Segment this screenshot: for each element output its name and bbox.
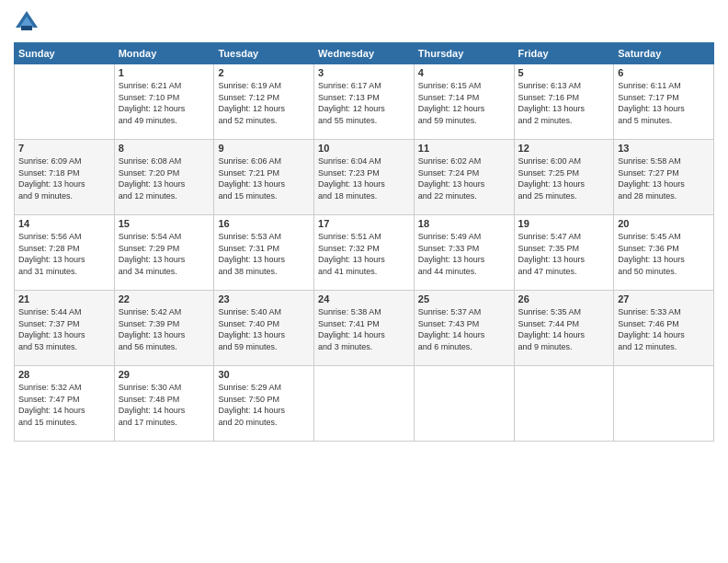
calendar-cell: 12Sunrise: 6:00 AM Sunset: 7:25 PM Dayli… bbox=[514, 140, 614, 215]
day-number: 18 bbox=[418, 218, 510, 229]
calendar-cell: 20Sunrise: 5:45 AM Sunset: 7:36 PM Dayli… bbox=[614, 215, 714, 291]
day-number: 12 bbox=[518, 143, 610, 154]
day-number: 17 bbox=[318, 218, 410, 229]
page: SundayMondayTuesdayWednesdayThursdayFrid… bbox=[0, 0, 728, 563]
day-number: 13 bbox=[618, 143, 710, 154]
day-info: Sunrise: 5:53 AM Sunset: 7:31 PM Dayligh… bbox=[218, 231, 310, 277]
day-number: 9 bbox=[218, 143, 310, 154]
day-number: 4 bbox=[418, 67, 510, 78]
header-cell-sunday: Sunday bbox=[15, 43, 115, 64]
calendar-cell: 10Sunrise: 6:04 AM Sunset: 7:23 PM Dayli… bbox=[314, 140, 415, 215]
day-number: 6 bbox=[618, 67, 710, 78]
day-info: Sunrise: 5:45 AM Sunset: 7:36 PM Dayligh… bbox=[618, 231, 710, 277]
day-info: Sunrise: 5:44 AM Sunset: 7:37 PM Dayligh… bbox=[18, 306, 110, 352]
day-number: 30 bbox=[218, 369, 310, 380]
calendar-cell: 9Sunrise: 6:06 AM Sunset: 7:21 PM Daylig… bbox=[214, 140, 314, 215]
day-number: 10 bbox=[318, 143, 410, 154]
day-number: 7 bbox=[18, 143, 110, 154]
day-info: Sunrise: 5:54 AM Sunset: 7:29 PM Dayligh… bbox=[119, 231, 210, 277]
day-info: Sunrise: 5:51 AM Sunset: 7:32 PM Dayligh… bbox=[318, 231, 410, 277]
calendar-cell: 19Sunrise: 5:47 AM Sunset: 7:35 PM Dayli… bbox=[514, 215, 614, 291]
day-info: Sunrise: 5:32 AM Sunset: 7:47 PM Dayligh… bbox=[18, 382, 110, 428]
day-info: Sunrise: 6:11 AM Sunset: 7:17 PM Dayligh… bbox=[618, 80, 710, 126]
calendar-cell: 16Sunrise: 5:53 AM Sunset: 7:31 PM Dayli… bbox=[214, 215, 314, 291]
day-number: 14 bbox=[18, 218, 110, 229]
calendar-header: SundayMondayTuesdayWednesdayThursdayFrid… bbox=[15, 43, 714, 64]
day-number: 24 bbox=[318, 293, 410, 304]
day-info: Sunrise: 6:19 AM Sunset: 7:12 PM Dayligh… bbox=[218, 80, 310, 126]
day-number: 21 bbox=[18, 293, 110, 304]
day-number: 15 bbox=[119, 218, 210, 229]
day-info: Sunrise: 5:30 AM Sunset: 7:48 PM Dayligh… bbox=[119, 382, 210, 428]
header-cell-saturday: Saturday bbox=[614, 43, 714, 64]
calendar-cell: 5Sunrise: 6:13 AM Sunset: 7:16 PM Daylig… bbox=[514, 64, 614, 140]
day-number: 2 bbox=[218, 67, 310, 78]
day-number: 11 bbox=[418, 143, 510, 154]
day-number: 16 bbox=[218, 218, 310, 229]
header-cell-thursday: Thursday bbox=[414, 43, 514, 64]
calendar-cell: 26Sunrise: 5:35 AM Sunset: 7:44 PM Dayli… bbox=[514, 291, 614, 366]
calendar-week-1: 1Sunrise: 6:21 AM Sunset: 7:10 PM Daylig… bbox=[15, 64, 714, 140]
header bbox=[14, 9, 714, 35]
day-number: 19 bbox=[518, 218, 610, 229]
calendar-week-5: 28Sunrise: 5:32 AM Sunset: 7:47 PM Dayli… bbox=[15, 366, 714, 442]
calendar-cell: 18Sunrise: 5:49 AM Sunset: 7:33 PM Dayli… bbox=[414, 215, 514, 291]
day-number: 25 bbox=[418, 293, 510, 304]
day-info: Sunrise: 5:35 AM Sunset: 7:44 PM Dayligh… bbox=[518, 306, 610, 352]
calendar-cell: 7Sunrise: 6:09 AM Sunset: 7:18 PM Daylig… bbox=[15, 140, 115, 215]
day-info: Sunrise: 5:40 AM Sunset: 7:40 PM Dayligh… bbox=[218, 306, 310, 352]
calendar-cell: 23Sunrise: 5:40 AM Sunset: 7:40 PM Dayli… bbox=[214, 291, 314, 366]
header-cell-tuesday: Tuesday bbox=[214, 43, 314, 64]
day-info: Sunrise: 6:02 AM Sunset: 7:24 PM Dayligh… bbox=[418, 155, 510, 201]
day-number: 1 bbox=[119, 67, 210, 78]
header-cell-wednesday: Wednesday bbox=[314, 43, 415, 64]
day-info: Sunrise: 5:38 AM Sunset: 7:41 PM Dayligh… bbox=[318, 306, 410, 352]
day-info: Sunrise: 5:42 AM Sunset: 7:39 PM Dayligh… bbox=[119, 306, 210, 352]
calendar-cell: 29Sunrise: 5:30 AM Sunset: 7:48 PM Dayli… bbox=[114, 366, 214, 442]
calendar-cell: 3Sunrise: 6:17 AM Sunset: 7:13 PM Daylig… bbox=[314, 64, 415, 140]
calendar-cell bbox=[514, 366, 614, 442]
day-number: 22 bbox=[119, 293, 210, 304]
day-info: Sunrise: 5:33 AM Sunset: 7:46 PM Dayligh… bbox=[618, 306, 710, 352]
calendar-cell: 13Sunrise: 5:58 AM Sunset: 7:27 PM Dayli… bbox=[614, 140, 714, 215]
day-number: 8 bbox=[119, 143, 210, 154]
calendar-body: 1Sunrise: 6:21 AM Sunset: 7:10 PM Daylig… bbox=[15, 64, 714, 442]
day-number: 27 bbox=[618, 293, 710, 304]
calendar-cell: 6Sunrise: 6:11 AM Sunset: 7:17 PM Daylig… bbox=[614, 64, 714, 140]
day-info: Sunrise: 6:21 AM Sunset: 7:10 PM Dayligh… bbox=[119, 80, 210, 126]
day-number: 20 bbox=[618, 218, 710, 229]
day-info: Sunrise: 6:06 AM Sunset: 7:21 PM Dayligh… bbox=[218, 155, 310, 201]
day-number: 5 bbox=[518, 67, 610, 78]
calendar-cell: 1Sunrise: 6:21 AM Sunset: 7:10 PM Daylig… bbox=[114, 64, 214, 140]
day-number: 28 bbox=[18, 369, 110, 380]
svg-rect-2 bbox=[21, 26, 32, 30]
day-number: 3 bbox=[318, 67, 410, 78]
calendar-cell: 14Sunrise: 5:56 AM Sunset: 7:28 PM Dayli… bbox=[15, 215, 115, 291]
day-info: Sunrise: 5:58 AM Sunset: 7:27 PM Dayligh… bbox=[618, 155, 710, 201]
calendar-week-3: 14Sunrise: 5:56 AM Sunset: 7:28 PM Dayli… bbox=[15, 215, 714, 291]
calendar-cell: 15Sunrise: 5:54 AM Sunset: 7:29 PM Dayli… bbox=[114, 215, 214, 291]
calendar-cell: 22Sunrise: 5:42 AM Sunset: 7:39 PM Dayli… bbox=[114, 291, 214, 366]
calendar-cell: 2Sunrise: 6:19 AM Sunset: 7:12 PM Daylig… bbox=[214, 64, 314, 140]
day-info: Sunrise: 6:15 AM Sunset: 7:14 PM Dayligh… bbox=[418, 80, 510, 126]
header-cell-friday: Friday bbox=[514, 43, 614, 64]
day-info: Sunrise: 5:56 AM Sunset: 7:28 PM Dayligh… bbox=[18, 231, 110, 277]
calendar-cell: 17Sunrise: 5:51 AM Sunset: 7:32 PM Dayli… bbox=[314, 215, 415, 291]
logo-icon bbox=[14, 9, 40, 35]
day-info: Sunrise: 5:29 AM Sunset: 7:50 PM Dayligh… bbox=[218, 382, 310, 428]
day-info: Sunrise: 5:47 AM Sunset: 7:35 PM Dayligh… bbox=[518, 231, 610, 277]
calendar-cell: 8Sunrise: 6:08 AM Sunset: 7:20 PM Daylig… bbox=[114, 140, 214, 215]
day-info: Sunrise: 5:49 AM Sunset: 7:33 PM Dayligh… bbox=[418, 231, 510, 277]
calendar-cell bbox=[314, 366, 415, 442]
calendar-cell bbox=[15, 64, 115, 140]
logo bbox=[14, 9, 43, 35]
calendar-cell bbox=[614, 366, 714, 442]
day-info: Sunrise: 6:09 AM Sunset: 7:18 PM Dayligh… bbox=[18, 155, 110, 201]
calendar-cell: 24Sunrise: 5:38 AM Sunset: 7:41 PM Dayli… bbox=[314, 291, 415, 366]
calendar-week-2: 7Sunrise: 6:09 AM Sunset: 7:18 PM Daylig… bbox=[15, 140, 714, 215]
day-info: Sunrise: 6:13 AM Sunset: 7:16 PM Dayligh… bbox=[518, 80, 610, 126]
calendar-cell: 28Sunrise: 5:32 AM Sunset: 7:47 PM Dayli… bbox=[15, 366, 115, 442]
calendar-cell: 11Sunrise: 6:02 AM Sunset: 7:24 PM Dayli… bbox=[414, 140, 514, 215]
calendar-week-4: 21Sunrise: 5:44 AM Sunset: 7:37 PM Dayli… bbox=[15, 291, 714, 366]
calendar-cell bbox=[414, 366, 514, 442]
